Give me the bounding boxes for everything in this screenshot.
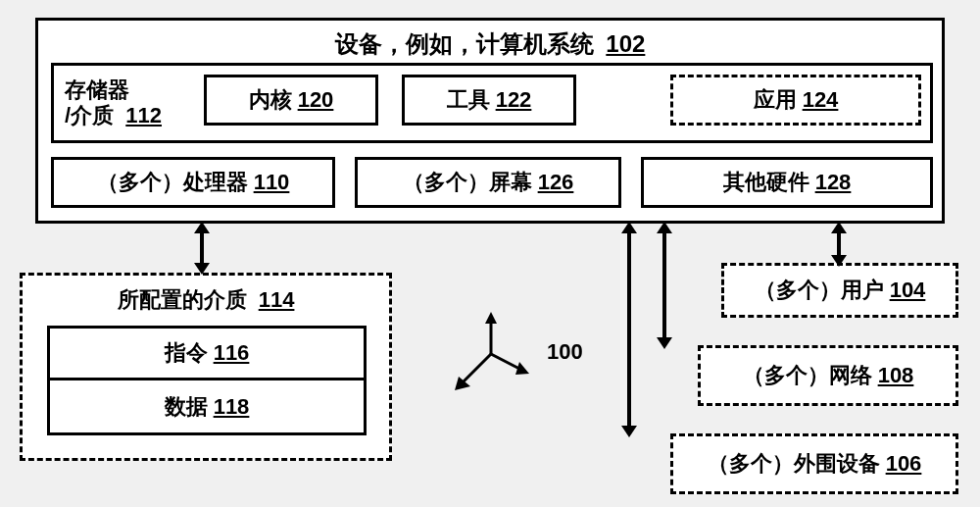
- config-media-ref: 114: [259, 287, 295, 312]
- kernel-ref: 120: [298, 87, 334, 112]
- kernel-label: 内核: [249, 87, 292, 112]
- networks-label: （多个）网络: [743, 363, 872, 387]
- other-hw-label: 其他硬件: [723, 170, 809, 194]
- instructions-label: 指令: [165, 340, 208, 365]
- processors-ref: 110: [254, 170, 290, 194]
- apps-ref: 124: [803, 87, 839, 112]
- tools-box: 工具122: [402, 75, 576, 126]
- arrow-device-media: [200, 231, 204, 265]
- users-ref: 104: [890, 278, 926, 302]
- screens-ref: 126: [538, 170, 574, 194]
- users-box: （多个）用户104: [721, 263, 958, 318]
- apps-label: 应用: [754, 87, 797, 112]
- instructions-box: 指令116: [47, 326, 367, 380]
- device-label: 设备，例如，计算机系统: [335, 30, 594, 57]
- arrow-device-peripherals: [627, 231, 631, 428]
- kernel-box: 内核120: [204, 75, 378, 126]
- networks-box: （多个）网络108: [698, 345, 958, 406]
- screens-box: （多个）屏幕126: [355, 157, 621, 208]
- screens-label: （多个）屏幕: [403, 170, 532, 194]
- other-hw-ref: 128: [815, 170, 852, 194]
- overall-ref: 100: [547, 339, 583, 365]
- other-hw-box: 其他硬件128: [641, 157, 933, 208]
- svg-marker-1: [485, 312, 497, 324]
- config-media-label: 所配置的介质: [118, 287, 247, 312]
- peripherals-box: （多个）外围设备106: [670, 433, 958, 494]
- data-label: 数据: [165, 394, 208, 419]
- arrow-device-networks: [662, 231, 666, 339]
- data-ref: 118: [214, 394, 250, 419]
- processors-box: （多个）处理器110: [51, 157, 335, 208]
- tools-label: 工具: [447, 87, 490, 112]
- tools-ref: 122: [496, 87, 532, 112]
- processors-label: （多个）处理器: [97, 170, 248, 194]
- axes-icon: [447, 310, 535, 398]
- instructions-ref: 116: [214, 340, 250, 365]
- apps-box: 应用124: [670, 75, 921, 126]
- svg-marker-5: [515, 362, 529, 375]
- peripherals-label: （多个）外围设备: [708, 451, 880, 476]
- arrow-device-users: [837, 231, 841, 257]
- networks-ref: 108: [878, 363, 914, 387]
- diagram-canvas: 设备，例如，计算机系统 102 存储器 /介质 112 内核120 工具122 …: [0, 0, 980, 507]
- data-box: 数据118: [47, 380, 367, 435]
- users-label: （多个）用户: [755, 278, 884, 302]
- peripherals-ref: 106: [886, 451, 922, 476]
- device-ref: 102: [606, 30, 645, 57]
